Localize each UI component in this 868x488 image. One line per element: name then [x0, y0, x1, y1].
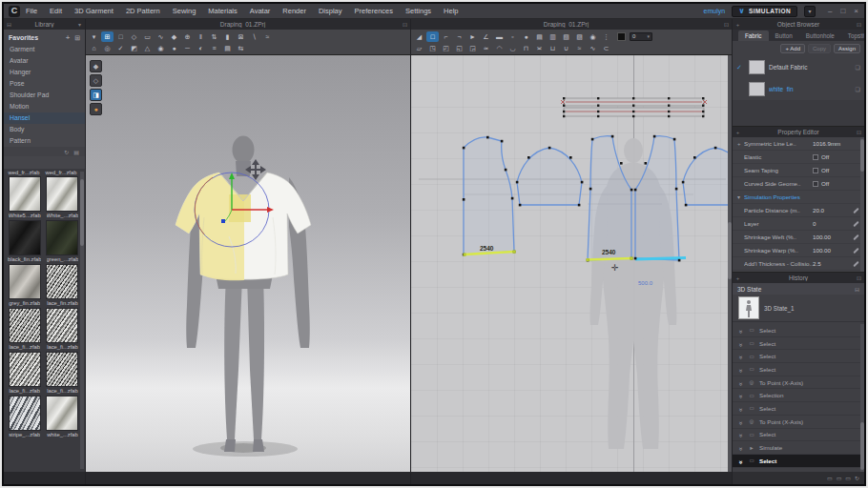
menu-item[interactable]: File [26, 7, 37, 15]
favorites-folder-icon[interactable]: ⊞ [74, 34, 80, 42]
viewport-3d-side-button[interactable]: ● [90, 103, 102, 115]
toolbar-2d-icon[interactable]: ◡ [506, 43, 519, 53]
checkbox[interactable] [813, 154, 818, 160]
history-row[interactable]: « Select [733, 324, 860, 337]
toolbar-3d-icon[interactable]: ◐ [195, 43, 207, 53]
toolbar-2d-icon[interactable]: ≈ [573, 43, 586, 53]
viewport-3d-tab[interactable]: Draping_01.ZPrj [86, 21, 400, 28]
object-browser-tab[interactable]: Button [769, 30, 799, 41]
library-nav-item[interactable]: Avatar [4, 55, 85, 67]
state-options-icon[interactable]: ⊟ [855, 286, 859, 293]
edit-pencil-icon[interactable] [851, 247, 860, 254]
history-row[interactable]: « Select [733, 363, 860, 376]
property-value[interactable]: 1016.9mm [813, 140, 860, 147]
library-scrollbar[interactable] [80, 172, 84, 469]
history-row[interactable]: « Simulate [733, 441, 860, 455]
toolbar-3d-icon[interactable]: ∖ [248, 31, 260, 42]
toolbar-3d-icon[interactable]: ‖ [195, 31, 207, 42]
menu-item[interactable]: Render [282, 7, 306, 15]
toolbar-2d-icon[interactable]: ≃ [480, 43, 492, 53]
toolbar-2d-icon[interactable]: ◢ [413, 31, 425, 42]
toolbar-2d-icon[interactable]: ∪ [560, 43, 572, 53]
checkbox[interactable] [813, 168, 818, 173]
fabric-list-item[interactable]: ✓ Default Fabric ❏ [733, 56, 864, 78]
toolbar-2d-icon[interactable]: ▤ [533, 31, 546, 42]
library-nav-item[interactable]: Motion [4, 101, 85, 112]
toolbar-3d-icon[interactable]: △ [141, 43, 154, 53]
layer-select[interactable]: 0 ▾ [630, 32, 652, 41]
toolbar-3d-icon[interactable]: ∿ [155, 31, 167, 42]
toolbar-2d-icon[interactable]: ► [466, 31, 479, 42]
fabric-item[interactable]: lace_fi...zfab [8, 308, 41, 350]
object-browser-tab[interactable]: Buttonhole [799, 30, 841, 41]
history-footer-icon[interactable]: ↻ [855, 475, 859, 481]
history-footer-icon[interactable]: ▭ [845, 475, 851, 481]
fabric-thumbnail[interactable] [9, 308, 41, 343]
toolbar-2d-icon[interactable]: ◱ [453, 43, 465, 53]
toolbar-2d-icon[interactable]: ◲ [466, 43, 479, 53]
history-footer-icon[interactable]: ▭ [827, 475, 833, 481]
toolbar-2d-icon[interactable]: ◠ [493, 43, 506, 53]
property-value[interactable]: Off [821, 167, 860, 173]
toolbar-3d-icon[interactable]: ⊞ [101, 31, 114, 42]
history-row[interactable]: « Select [733, 350, 860, 363]
color-swatch-icon[interactable] [617, 32, 626, 41]
toolbar-2d-icon[interactable]: ▧ [560, 31, 572, 42]
minimize-button[interactable]: – [828, 7, 832, 15]
object-browser-tab[interactable]: Topstitch [841, 30, 864, 41]
history-left-icon[interactable]: + [733, 275, 743, 281]
history-row[interactable]: « Select [733, 402, 860, 416]
history-row[interactable]: « Select [733, 455, 860, 468]
edit-pencil-icon[interactable] [851, 220, 860, 228]
property-row[interactable]: + Symmetric Line Le.. 1016.9mm [733, 137, 860, 151]
expand-icon[interactable]: ▾ [737, 193, 744, 200]
object-browser-tab[interactable]: Fabric [738, 30, 769, 41]
history-row[interactable]: « Select [733, 337, 860, 351]
fabric-thumbnail[interactable] [46, 352, 78, 387]
maximize-button[interactable]: □ [840, 7, 845, 15]
toolbar-3d-icon[interactable]: ⊕ [181, 31, 194, 42]
edit-pencil-icon[interactable] [851, 234, 860, 241]
simulation-dropdown[interactable]: ▾ [804, 6, 816, 17]
menu-item[interactable]: Avatar [250, 7, 271, 15]
fabric-thumbnail[interactable] [46, 396, 78, 431]
fabric-item[interactable]: lace_fi...zfab [8, 352, 41, 394]
assign-button[interactable]: Assign [834, 44, 860, 53]
property-value[interactable]: 20.0 [813, 207, 851, 214]
menu-item[interactable]: Help [444, 7, 458, 15]
fabric-item[interactable]: White_...zfab [46, 176, 78, 218]
property-value[interactable]: Off [821, 180, 860, 187]
fabric-thumbnail[interactable] [9, 220, 41, 255]
menu-item[interactable]: Materials [208, 7, 237, 15]
menu-item[interactable]: Edit [50, 7, 62, 15]
fabric-thumbnail[interactable] [9, 176, 41, 212]
toolbar-3d-icon[interactable]: ▾ [88, 31, 100, 42]
canvas-2d[interactable]: 2540 2540 ✛ 500.0 [411, 55, 728, 472]
toolbar-3d-icon[interactable]: ◎ [101, 43, 114, 53]
library-nav-item[interactable]: Shoulder Pad [4, 90, 85, 101]
toolbar-3d-icon[interactable]: ◇ [128, 31, 140, 42]
property-editor-dock-icon[interactable]: ⊡ [854, 129, 864, 135]
fabric-item[interactable]: white_...zfab [46, 396, 78, 437]
toolbar-2d-icon[interactable]: ▨ [573, 31, 586, 42]
history-row[interactable]: « Selection [733, 389, 860, 402]
history-row[interactable]: « To Point (X-Axis) [733, 376, 860, 390]
menu-item[interactable]: Settings [405, 7, 431, 15]
copy-button[interactable]: Copy [808, 44, 831, 53]
menu-item[interactable]: 2D Pattern [126, 7, 160, 15]
toolbar-3d-icon[interactable]: ◩ [128, 43, 140, 53]
toolbar-2d-icon[interactable]: ⋮ [600, 31, 612, 42]
viewport-2d-tab[interactable]: Draping_01.ZPrj [411, 21, 721, 28]
property-row[interactable]: Curved Side Geome.. Off [733, 177, 860, 191]
object-browser-add-icon[interactable]: + [733, 22, 743, 28]
toolbar-3d-icon[interactable]: ◉ [155, 43, 167, 53]
toolbar-2d-icon[interactable]: □ [426, 31, 439, 42]
toolbar-2d-icon[interactable]: ⊓ [520, 43, 532, 53]
history-footer-icon[interactable]: ▭ [837, 475, 842, 481]
close-button[interactable]: × [854, 7, 858, 15]
fabric-thumbnail[interactable] [9, 396, 41, 431]
toolbar-2d-icon[interactable]: ▫ [506, 31, 519, 42]
property-row[interactable]: ▾ Simulation Properties [733, 191, 860, 204]
canvas-3d[interactable]: ◆◇◨● [86, 55, 410, 472]
property-editor-scrollbar[interactable] [860, 137, 864, 272]
